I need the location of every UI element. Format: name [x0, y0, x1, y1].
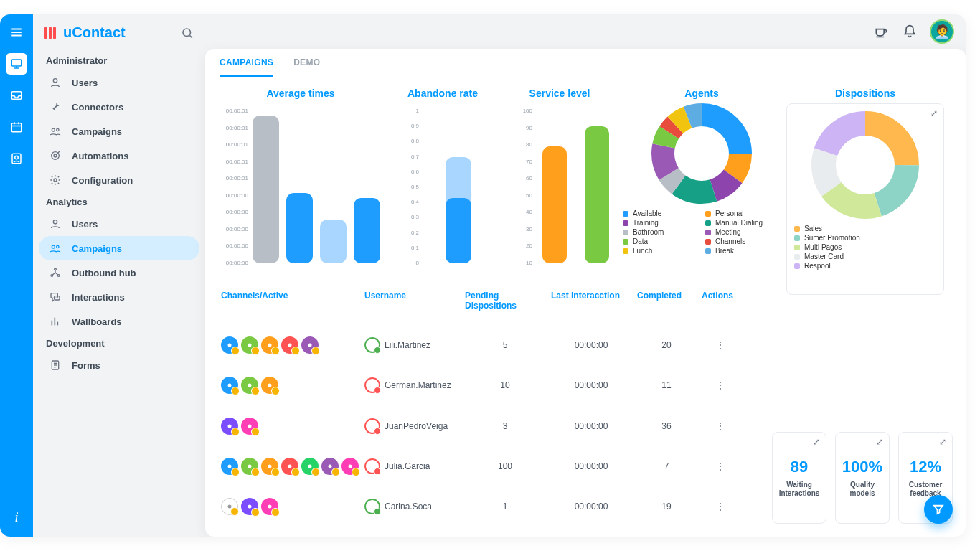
- tab-demo[interactable]: DEMO: [293, 57, 320, 77]
- search-icon[interactable]: [181, 27, 194, 39]
- whatsapp-green-icon[interactable]: [301, 458, 319, 475]
- expand-icon[interactable]: ⤢: [930, 108, 938, 118]
- chat-red-icon[interactable]: [281, 458, 298, 475]
- actions-cell: ⋮: [699, 365, 742, 405]
- sms-purple-icon[interactable]: [321, 458, 339, 475]
- username-cell: Julia.Garcia: [362, 446, 462, 486]
- calendar-icon[interactable]: [6, 116, 27, 138]
- menu-icon[interactable]: [6, 22, 27, 43]
- inbox-icon[interactable]: [6, 85, 27, 106]
- kebab-icon[interactable]: ⋮: [716, 421, 725, 431]
- svg-point-61: [248, 424, 252, 428]
- svg-point-63: [248, 464, 252, 468]
- sms-purple-icon[interactable]: [301, 336, 319, 354]
- phone-blue-icon[interactable]: [221, 336, 238, 354]
- sidebar-item-label: Automations: [72, 151, 128, 161]
- form-icon: [49, 359, 62, 371]
- info-icon[interactable]: i: [14, 510, 18, 525]
- kebab-icon[interactable]: ⋮: [716, 461, 725, 471]
- metric-card: ⤢ 100% Quality models: [835, 432, 890, 524]
- monitor-icon[interactable]: [6, 53, 27, 75]
- logo: uContact: [39, 24, 199, 51]
- actions-cell: ⋮: [699, 325, 742, 365]
- legend-item: Break: [705, 247, 781, 255]
- kebab-icon[interactable]: ⋮: [716, 340, 725, 350]
- column-header-last: Last interacction: [548, 285, 634, 325]
- column-header-pending: Pending Dispositions: [462, 285, 548, 325]
- svg-point-20: [54, 179, 57, 182]
- user-avatar-icon: [364, 377, 380, 393]
- svg-point-66: [308, 464, 312, 468]
- sidebar-item-label: Forms: [72, 360, 100, 371]
- bell-icon[interactable]: [901, 23, 918, 40]
- tablet-pink-icon[interactable]: [241, 418, 258, 435]
- sidebar-section-title: Administrator: [39, 51, 199, 70]
- sidebar-item-label: Users: [72, 219, 98, 230]
- channels-cell: [218, 365, 362, 405]
- tablet-green-icon[interactable]: [241, 377, 258, 394]
- sidebar-item-wallboards[interactable]: Wallboards: [39, 309, 199, 334]
- coffee-icon[interactable]: [872, 23, 890, 40]
- phone-blue-icon[interactable]: [221, 458, 238, 475]
- tab-campaigns[interactable]: CAMPAIGNS: [220, 57, 273, 77]
- sidebar-item-automations[interactable]: Automations: [39, 143, 199, 168]
- sidebar-item-configuration[interactable]: Configuration: [39, 168, 199, 192]
- web-pink-icon[interactable]: [341, 458, 359, 475]
- legend-item: Manual Dialing: [705, 219, 781, 227]
- mail-orange-icon[interactable]: [261, 377, 278, 394]
- username-cell: Carina.Soca: [362, 486, 462, 527]
- actions-cell: ⋮: [699, 446, 742, 486]
- sidebar-item-connectors[interactable]: Connectors: [39, 95, 199, 119]
- expand-icon[interactable]: ⤢: [939, 437, 946, 447]
- sidebar-item-campaigns[interactable]: Campaigns: [39, 119, 199, 143]
- expand-icon[interactable]: ⤢: [876, 437, 883, 447]
- sidebar-item-forms[interactable]: Forms: [39, 353, 199, 377]
- svg-point-59: [268, 384, 272, 387]
- sidebar-item-label: Interactions: [72, 292, 125, 303]
- svg-rect-7: [11, 123, 22, 132]
- contact-icon[interactable]: [6, 148, 27, 169]
- sidebar-item-users[interactable]: Users: [39, 70, 199, 95]
- pending-cell: 100: [462, 446, 548, 486]
- metric-value: 100%: [842, 458, 882, 476]
- legend-item: Available: [623, 209, 698, 217]
- messenger-purple-icon[interactable]: [241, 498, 258, 515]
- sidebar-item-label: Configuration: [72, 175, 133, 186]
- tablet-green-icon[interactable]: [241, 336, 258, 354]
- sidebar-item-interactions[interactable]: Interactions: [39, 285, 199, 309]
- sidebar-item-outbound-hub[interactable]: Outbound hub: [39, 260, 199, 285]
- content-card: CAMPAIGNSDEMO Average times 00:00:0100:0…: [205, 49, 966, 537]
- sidebar-item-users[interactable]: Users: [39, 212, 199, 236]
- kebab-icon[interactable]: ⋮: [716, 380, 725, 390]
- column-header-channels: Channels/Active: [218, 285, 362, 325]
- svg-point-17: [57, 128, 59, 131]
- web-white-icon[interactable]: [221, 498, 238, 515]
- svg-point-58: [248, 384, 252, 387]
- svg-point-55: [288, 344, 292, 347]
- tablet-pink-icon[interactable]: [261, 498, 278, 515]
- sidebar-item-campaigns[interactable]: Campaigns: [39, 236, 199, 260]
- filter-button[interactable]: [924, 495, 953, 524]
- sidebar-section-title: Analytics: [39, 192, 199, 212]
- username-cell: Lili.Martinez: [362, 325, 462, 365]
- username-cell: German.Martinez: [362, 365, 462, 405]
- legend-item: Meeting: [705, 228, 781, 236]
- mail-red-icon[interactable]: [281, 336, 298, 354]
- column-header-actions: Actions: [699, 285, 742, 325]
- group-icon: [49, 242, 62, 254]
- kebab-icon[interactable]: ⋮: [716, 501, 725, 512]
- phone-blue-icon[interactable]: [221, 377, 238, 394]
- sidebar-item-label: Outbound hub: [72, 268, 136, 278]
- sidebar-item-label: Campaigns: [72, 243, 122, 254]
- mail-orange-icon[interactable]: [261, 458, 278, 475]
- chart-title: Dispositions: [786, 88, 944, 99]
- legend-item: Personal: [705, 209, 781, 217]
- avatar[interactable]: 🧑‍💼: [930, 19, 954, 44]
- messenger-purple-icon[interactable]: [221, 418, 238, 435]
- svg-point-21: [53, 220, 57, 224]
- tablet-green-icon[interactable]: [241, 458, 258, 475]
- chat-orange-icon[interactable]: [261, 336, 278, 354]
- sidebar-item-label: Campaigns: [72, 126, 122, 137]
- expand-icon[interactable]: ⤢: [813, 437, 820, 447]
- completed-cell: 11: [634, 365, 699, 405]
